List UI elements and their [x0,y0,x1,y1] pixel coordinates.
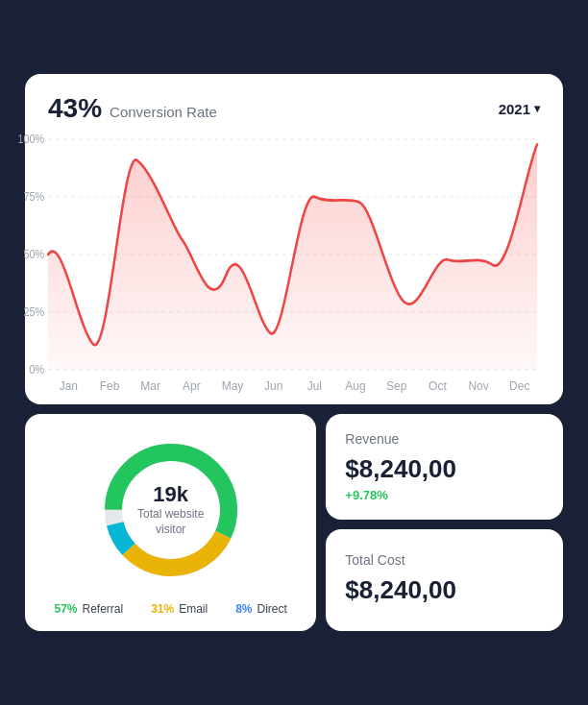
chart-card: 43% Conversion Rate 2021 ▾ 100% 75% 50% … [25,74,563,404]
revenue-value: $8,240,00 [345,454,544,484]
svg-text:75%: 75% [23,191,44,204]
donut-sublabel: Total websitevisitor [137,507,204,537]
email-label: Email [179,602,208,616]
total-cost-label: Total Cost [345,552,544,568]
donut-center: 19k Total websitevisitor [137,482,204,537]
revenue-change: +9.78% [345,488,544,502]
referral-pct: 57% [54,602,77,616]
donut-value: 19k [137,482,204,507]
legend-email: 31% Email [151,602,208,616]
conversion-percent: 43% [48,93,102,124]
donut-wrapper: 19k Total websitevisitor [94,433,248,587]
x-label-oct: Oct [417,379,458,393]
x-label-mar: Mar [130,379,171,393]
bottom-row: 19k Total websitevisitor 57% Referral 31… [25,414,563,631]
dashboard: 43% Conversion Rate 2021 ▾ 100% 75% 50% … [15,64,573,641]
total-cost-card: Total Cost $8,240,00 [326,529,563,631]
donut-legend: 57% Referral 31% Email 8% Direct [40,602,301,616]
chart-title-group: 43% Conversion Rate [48,93,217,124]
revenue-label: Revenue [345,431,544,447]
donut-card: 19k Total websitevisitor 57% Referral 31… [25,414,316,631]
x-label-apr: Apr [171,379,212,393]
chart-header: 43% Conversion Rate 2021 ▾ [48,93,540,124]
year-value: 2021 [499,101,530,117]
x-label-jul: Jul [294,379,335,393]
x-label-aug: Aug [335,379,377,393]
x-label-sep: Sep [376,379,417,393]
chart-area: 100% 75% 50% 25% 0% Jan [48,139,540,389]
svg-text:0%: 0% [29,364,44,377]
legend-direct: 8% Direct [235,602,287,616]
direct-pct: 8% [235,602,252,616]
direct-label: Direct [257,602,286,616]
line-chart-svg: 100% 75% 50% 25% 0% [48,139,540,370]
svg-text:25%: 25% [23,306,44,319]
total-cost-value: $8,240,00 [345,575,544,605]
x-label-may: May [212,379,254,393]
svg-text:100%: 100% [17,134,44,146]
x-label-feb: Feb [89,379,131,393]
chevron-down-icon: ▾ [534,102,540,115]
x-label-jan: Jan [48,379,89,393]
revenue-card: Revenue $8,240,00 +9.78% [326,414,563,520]
x-label-jun: Jun [253,379,294,393]
x-label-dec: Dec [499,379,540,393]
legend-referral: 57% Referral [54,602,123,616]
svg-text:50%: 50% [23,249,44,261]
referral-label: Referral [83,602,124,616]
chart-label: Conversion Rate [110,104,217,120]
right-col: Revenue $8,240,00 +9.78% Total Cost $8,2… [326,414,563,631]
x-label-nov: Nov [458,379,500,393]
email-pct: 31% [151,602,174,616]
x-axis-labels: Jan Feb Mar Apr May Jun Jul Aug Sep Oct … [48,374,540,393]
year-selector[interactable]: 2021 ▾ [499,101,540,117]
